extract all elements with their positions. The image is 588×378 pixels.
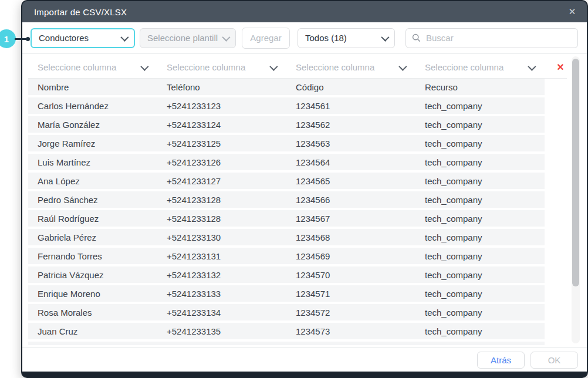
table-cell: Juan Cruz [28, 326, 157, 336]
column-select-placeholder: Seleccione columna [296, 62, 394, 72]
dialog-content: Conductores Seleccione plantilla Agregar… [22, 22, 587, 372]
annotation-connector-line [15, 38, 27, 40]
table-cell: 1234573 [286, 326, 415, 336]
table-row[interactable]: Rosa Morales+52412331341234572tech_compa… [28, 304, 545, 320]
table-cell: tech_company [415, 157, 545, 167]
table-cell: +5241233128 [157, 214, 286, 224]
filter-select-value: Todos (18) [305, 33, 377, 43]
table-cell: 1234565 [286, 176, 415, 186]
chevron-down-icon [269, 62, 278, 70]
table-cell: Enrique Moreno [28, 289, 157, 299]
column-mapping-row: Seleccione columnaSeleccione columnaSele… [28, 56, 567, 79]
table-cell: 1234571 [286, 289, 415, 299]
annotation-connector-dot [26, 37, 30, 41]
table-row[interactable]: Ana López+52412331271234565tech_company [28, 173, 545, 189]
table-cell: +5241233125 [157, 139, 286, 148]
import-csv-dialog: Importar de CSV/XLSX ✕ Conductores Selec… [21, 0, 588, 378]
search-input[interactable] [425, 32, 572, 43]
table-cell: 1234561 [286, 101, 415, 111]
vertical-scrollbar-track[interactable] [572, 56, 580, 343]
remove-mapping-icon[interactable]: ✕ [554, 61, 567, 74]
table-row[interactable]: Fernando Torres+52412331311234569tech_co… [28, 248, 545, 264]
table-row[interactable]: Patricia Vázquez+52412331321234570tech_c… [28, 266, 545, 283]
table-cell: tech_company [415, 120, 545, 130]
table-row[interactable]: Jorge Ramírez+52412331251234563tech_comp… [28, 135, 545, 151]
table-cell: +5241233126 [157, 157, 286, 167]
table-cell: Jorge Ramírez [28, 139, 157, 148]
table-cell: 1234564 [286, 157, 415, 167]
table-cell: +5241233123 [157, 101, 286, 111]
column-select-placeholder: Seleccione columna [38, 62, 136, 72]
table-cell: +5241233130 [157, 232, 286, 242]
table-cell: +5241233135 [157, 326, 286, 336]
table-cell: tech_company [415, 326, 545, 336]
table-header-cell: Nombre [28, 82, 157, 92]
chevron-down-icon [528, 62, 536, 70]
table-cell: +5241233128 [157, 195, 286, 205]
table-cell: +5241233133 [157, 289, 286, 299]
column-select-3[interactable]: Seleccione columna [286, 62, 415, 72]
ok-button[interactable]: OK [530, 352, 578, 369]
entity-select-value: Conductores [39, 33, 116, 43]
entity-select[interactable]: Conductores [31, 28, 135, 48]
table-cell: Raúl Rodríguez [28, 214, 157, 224]
annotation-badge-1: 1 [0, 29, 16, 48]
dialog-title: Importar de CSV/XLSX [22, 7, 127, 17]
table-cell: +5241233127 [157, 176, 286, 186]
table-row-partial [28, 342, 545, 345]
table-cell: Pedro Sánchez [28, 195, 157, 205]
table-header-cell: Recurso [415, 82, 545, 92]
table-cell: Ana López [28, 176, 157, 186]
import-preview-table: NombreTeléfonoCódigoRecurso Carlos Herná… [28, 79, 545, 349]
table-cell: 1234567 [286, 214, 415, 224]
search-icon [412, 33, 421, 42]
table-header-row: NombreTeléfonoCódigoRecurso [28, 79, 545, 95]
column-select-1[interactable]: Seleccione columna [28, 62, 157, 72]
table-cell: 1234568 [286, 232, 415, 242]
table-row[interactable]: Gabriela Pérez+52412331301234568tech_com… [28, 229, 545, 245]
table-row[interactable]: Juan Cruz+52412331351234573tech_company [28, 323, 545, 339]
vertical-scrollbar-thumb[interactable] [572, 59, 579, 286]
column-select-placeholder: Seleccione columna [425, 62, 523, 72]
table-cell: 1234563 [286, 139, 415, 148]
table-row[interactable]: Pedro Sánchez+52412331281234566tech_comp… [28, 191, 545, 208]
chevron-down-icon [120, 33, 129, 41]
table-cell: tech_company [415, 195, 545, 205]
table-row[interactable]: María González+52412331241234562tech_com… [28, 116, 545, 133]
back-button[interactable]: Atrás [477, 352, 525, 369]
table-cell: Carlos Hernández [28, 101, 157, 111]
dialog-header: Importar de CSV/XLSX ✕ [22, 1, 587, 22]
table-header-cell: Código [286, 82, 415, 92]
table-body: Carlos Hernández+52412331231234561tech_c… [28, 97, 545, 345]
table-cell: +5241233132 [157, 270, 286, 280]
column-select-placeholder: Seleccione columna [167, 62, 265, 72]
add-button[interactable]: Agregar [242, 28, 290, 49]
filter-select[interactable]: Todos (18) [298, 28, 395, 48]
column-select-4[interactable]: Seleccione columna [415, 62, 545, 72]
chevron-down-icon [140, 62, 148, 70]
table-cell: Patricia Vázquez [28, 270, 157, 280]
page: 1 Importar de CSV/XLSX ✕ Conductores Sel… [0, 0, 588, 378]
chevron-down-icon [398, 62, 407, 70]
table-cell: 1234570 [286, 270, 415, 280]
template-select[interactable]: Seleccione plantilla [140, 28, 236, 48]
table-row[interactable]: Luis Martínez+52412331261234564tech_comp… [28, 154, 545, 170]
table-cell: tech_company [415, 270, 545, 280]
table-cell: tech_company [415, 308, 545, 318]
table-header-cell: Teléfono [157, 82, 286, 92]
close-icon[interactable]: ✕ [566, 5, 579, 18]
table-cell: tech_company [415, 289, 545, 299]
table-row[interactable]: Raúl Rodríguez+52412331281234567tech_com… [28, 210, 545, 227]
table-cell: tech_company [415, 232, 545, 242]
table-cell: tech_company [415, 101, 545, 111]
table-cell: tech_company [415, 214, 545, 224]
dialog-footer: Atrás OK [22, 347, 587, 372]
table-cell: 1234562 [286, 120, 415, 130]
chevron-down-icon [381, 33, 389, 41]
chevron-down-icon [222, 33, 230, 41]
table-row[interactable]: Carlos Hernández+52412331231234561tech_c… [28, 97, 545, 114]
table-cell: +5241233134 [157, 308, 286, 318]
table-row[interactable]: Enrique Moreno+52412331331234571tech_com… [28, 285, 545, 302]
column-select-2[interactable]: Seleccione columna [157, 62, 286, 72]
template-select-placeholder: Seleccione plantilla [147, 33, 218, 43]
